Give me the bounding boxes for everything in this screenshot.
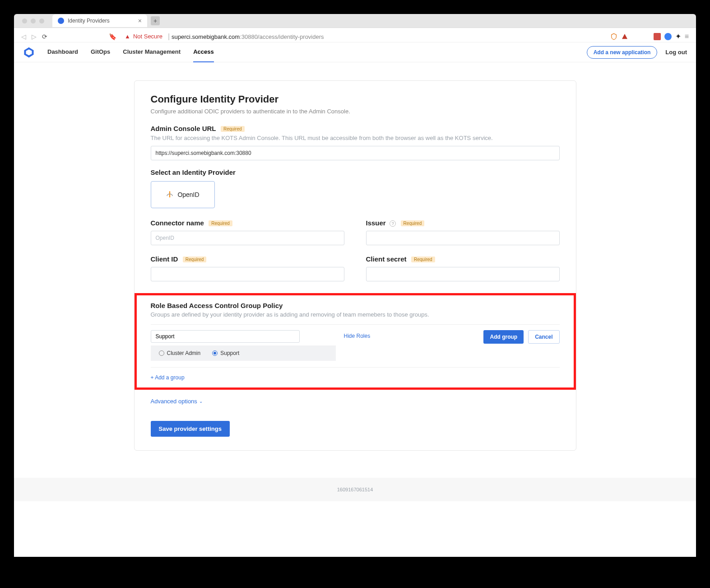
extension-icon-2[interactable]	[664, 33, 672, 40]
admin-url-help: The URL for accessing the KOTS Admin Con…	[151, 135, 560, 141]
url-host: superci.somebigbank.com	[172, 33, 240, 40]
required-badge: Required	[221, 126, 245, 132]
openid-label: OpenID	[177, 191, 199, 198]
app-frame: Dashboard GitOps Cluster Management Acce…	[14, 42, 696, 557]
radio-icon	[159, 350, 164, 356]
browser-chrome: Identity Providers × + ◁ ▷ ⟳ 🔖 ▲ Not Sec…	[14, 14, 696, 42]
brave-icon[interactable]	[621, 33, 628, 40]
forward-button[interactable]: ▷	[29, 33, 39, 40]
cancel-button[interactable]: Cancel	[528, 330, 559, 344]
close-window-icon[interactable]	[22, 19, 27, 23]
advanced-options-label: Advanced options	[151, 398, 197, 405]
add-application-button[interactable]: Add a new application	[587, 46, 658, 59]
save-provider-button[interactable]: Save provider settings	[151, 421, 230, 437]
role-support[interactable]: Support	[212, 350, 239, 356]
add-group-button[interactable]: Add group	[483, 330, 524, 344]
rbac-buttons: Add group Cancel	[483, 330, 559, 344]
admin-url-label: Admin Console URL	[151, 125, 216, 132]
divider	[151, 367, 560, 368]
config-card: Configure Identity Provider Configure ad…	[134, 80, 576, 451]
help-icon[interactable]: ?	[390, 220, 396, 227]
role-label: Support	[220, 350, 239, 356]
rbac-group-block: Cluster Admin Support	[151, 330, 336, 361]
issuer-label: Issuer	[366, 219, 386, 227]
role-label: Cluster Admin	[167, 350, 201, 356]
admin-url-input[interactable]	[151, 146, 560, 160]
rbac-section: Role Based Access Control Group Policy G…	[135, 293, 576, 390]
add-group-link[interactable]: + Add a group	[151, 374, 185, 381]
tab-title: Identity Providers	[68, 18, 110, 24]
security-indicator[interactable]: ▲ Not Secure	[121, 33, 166, 40]
window-controls	[18, 19, 49, 23]
hide-roles-link[interactable]: Hide Roles	[344, 330, 371, 339]
client-secret-input[interactable]	[366, 267, 560, 281]
shield-icon[interactable]	[610, 33, 617, 40]
extension-icon-1[interactable]	[654, 33, 661, 40]
issuer-field: Issuer ? Required	[366, 219, 560, 245]
connector-name-input[interactable]	[151, 231, 344, 245]
new-tab-button[interactable]: +	[151, 16, 160, 25]
page-subtitle: Configure additional ODIC providers to a…	[151, 108, 560, 115]
chevron-down-icon: ⌄	[199, 399, 203, 404]
required-badge: Required	[209, 220, 232, 226]
radio-icon	[212, 350, 218, 356]
bookmark-icon[interactable]: 🔖	[104, 33, 121, 40]
extensions-icon[interactable]: ✦	[675, 32, 681, 41]
required-badge: Required	[183, 257, 207, 262]
app-nav: Dashboard GitOps Cluster Management Acce…	[14, 42, 696, 62]
client-row: Client ID Required Client secret Require…	[151, 255, 560, 289]
connector-name-label: Connector name	[151, 219, 204, 227]
issuer-input[interactable]	[366, 231, 560, 245]
menu-icon[interactable]: ≡	[685, 33, 689, 41]
kubernetes-logo-icon	[23, 47, 35, 58]
connector-row: Connector name Required Issuer ? Require…	[151, 219, 560, 253]
select-idp-label: Select an Identity Provider	[151, 168, 236, 176]
connector-name-field: Connector name Required	[151, 219, 344, 245]
nav-cluster-management[interactable]: Cluster Management	[123, 42, 181, 62]
rbac-subtitle: Groups are defined by your identity prov…	[151, 311, 560, 318]
openid-icon	[166, 191, 174, 199]
client-id-field: Client ID Required	[151, 255, 344, 281]
reload-button[interactable]: ⟳	[39, 33, 50, 40]
roles-box: Cluster Admin Support	[151, 345, 336, 361]
tab-bar: Identity Providers × +	[14, 14, 696, 28]
footer: 1609167061514	[14, 478, 696, 501]
nav-dashboard[interactable]: Dashboard	[47, 42, 78, 62]
url-field[interactable]: superci.somebigbank.com:30880/access/ide…	[172, 33, 324, 41]
rbac-title: Role Based Access Control Group Policy	[151, 302, 560, 309]
nav-gitops[interactable]: GitOps	[91, 42, 110, 62]
back-button[interactable]: ◁	[19, 33, 29, 40]
not-secure-label: Not Secure	[133, 33, 162, 40]
rbac-row: Cluster Admin Support Hide Roles Add gro…	[151, 330, 560, 361]
nav-access[interactable]: Access	[193, 42, 214, 62]
client-secret-field: Client secret Required	[366, 255, 560, 281]
divider	[151, 324, 560, 325]
openid-provider-card[interactable]: OpenID	[151, 181, 215, 208]
group-name-input[interactable]	[151, 330, 300, 343]
advanced-options-toggle[interactable]: Advanced options ⌄	[151, 398, 560, 405]
tab-favicon-icon	[58, 18, 64, 24]
addrbar-right: ✦ ≡	[610, 32, 691, 41]
nav-links: Dashboard GitOps Cluster Management Acce…	[47, 42, 214, 62]
close-tab-icon[interactable]: ×	[138, 17, 142, 24]
client-secret-label: Client secret	[366, 255, 407, 263]
page-title: Configure Identity Provider	[151, 93, 560, 105]
role-cluster-admin[interactable]: Cluster Admin	[159, 350, 201, 356]
url-path: :30880/access/identity-providers	[240, 33, 324, 40]
logout-link[interactable]: Log out	[665, 49, 687, 56]
viewport: Identity Providers × + ◁ ▷ ⟳ 🔖 ▲ Not Sec…	[0, 0, 710, 588]
separator: |	[166, 33, 172, 41]
warning-icon: ▲	[125, 33, 130, 40]
minimize-window-icon[interactable]	[31, 19, 36, 23]
nav-right: Add a new application Log out	[587, 46, 687, 59]
required-badge: Required	[411, 257, 435, 262]
admin-url-section: Admin Console URL Required The URL for a…	[151, 125, 560, 160]
maximize-window-icon[interactable]	[39, 19, 44, 23]
build-number: 1609167061514	[337, 487, 373, 492]
browser-tab[interactable]: Identity Providers ×	[52, 14, 147, 27]
client-id-input[interactable]	[151, 267, 344, 281]
client-id-label: Client ID	[151, 255, 178, 263]
page-wrap: Configure Identity Provider Configure ad…	[14, 62, 696, 451]
select-idp-section: Select an Identity Provider OpenID	[151, 168, 560, 208]
required-badge: Required	[401, 220, 425, 226]
